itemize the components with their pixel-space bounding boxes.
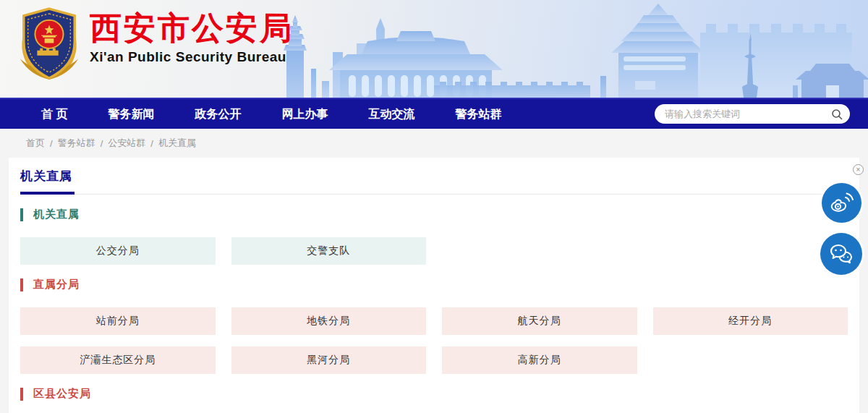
- dept-link-zhanqian[interactable]: 站前分局: [20, 307, 216, 335]
- section-direct-branches-grid: 站前分局 地铁分局 航天分局 经开分局 浐灞生态区分局 黑河分局 高新分局: [20, 307, 848, 374]
- breadcrumb-item-home[interactable]: 首页: [26, 137, 45, 150]
- search-box[interactable]: [655, 104, 850, 124]
- nav-item-online-services[interactable]: 网上办事: [281, 99, 328, 129]
- header-banner: 西安市公安局 Xi'an Public Security Bureau: [0, 0, 868, 98]
- dept-link-jingkai[interactable]: 经开分局: [653, 307, 848, 335]
- breadcrumb-item-current: 机关直属: [158, 137, 196, 150]
- section-title: 机关直属: [33, 208, 80, 221]
- nav-item-gov-disclosure[interactable]: 政务公开: [195, 99, 241, 129]
- site-brand: 西安市公安局 Xi'an Public Security Bureau: [90, 5, 294, 65]
- nav-item-home[interactable]: 首 页: [41, 99, 67, 129]
- section-header-direct-branches: 直属分局: [20, 278, 848, 291]
- dept-link-chanba[interactable]: 浐灞生态区分局: [20, 346, 216, 374]
- page-title: 机关直属: [20, 168, 848, 184]
- section-header-organs: 机关直属: [20, 208, 848, 221]
- search-icon[interactable]: [831, 108, 843, 120]
- breadcrumb-item-security-sites[interactable]: 公安站群: [108, 137, 145, 150]
- breadcrumb-separator: /: [50, 138, 53, 149]
- close-widget-button[interactable]: ×: [853, 164, 864, 175]
- dept-link-hangtian[interactable]: 航天分局: [442, 307, 637, 335]
- nav-item-interaction[interactable]: 互动交流: [368, 99, 414, 129]
- breadcrumb-separator: /: [101, 138, 103, 149]
- dept-link-gaoxin[interactable]: 高新分局: [442, 346, 637, 374]
- site-subtitle: Xi'an Public Security Bureau: [90, 49, 294, 65]
- police-badge-icon: [17, 5, 81, 83]
- section-accent-bar: [20, 278, 23, 291]
- dept-link-metro[interactable]: 地铁分局: [231, 307, 427, 335]
- section-title: 直属分局: [33, 278, 80, 291]
- dept-link-traffic-police[interactable]: 交警支队: [231, 237, 427, 265]
- main-nav: 首 页 警务新闻 政务公开 网上办事 互动交流 警务站群: [0, 98, 868, 129]
- title-underline: [20, 192, 848, 195]
- wechat-share-button[interactable]: [820, 233, 862, 275]
- section-accent-bar: [20, 208, 23, 221]
- section-title: 区县公安局: [33, 387, 91, 401]
- breadcrumb-item-police-sites[interactable]: 警务站群: [58, 137, 95, 150]
- breadcrumb-separator: /: [150, 138, 153, 149]
- breadcrumb: 首页 / 警务站群 / 公安站群 / 机关直属: [0, 129, 868, 158]
- nav-item-police-sites[interactable]: 警务站群: [455, 99, 501, 129]
- nav-item-police-news[interactable]: 警务新闻: [108, 99, 154, 129]
- dept-link-public-transport[interactable]: 公交分局: [20, 237, 216, 265]
- content-card: 机关直属 机关直属 公交分局 交警支队 直属分局 站前分局 地铁分局 航天分局 …: [9, 158, 859, 413]
- site-logo[interactable]: 西安市公安局 Xi'an Public Security Bureau: [17, 5, 294, 83]
- search-input[interactable]: [665, 108, 831, 119]
- weibo-icon: [830, 191, 854, 216]
- section-header-district-bureaus: 区县公安局: [20, 387, 848, 401]
- weibo-share-button[interactable]: [822, 183, 861, 223]
- dept-link-heihe[interactable]: 黑河分局: [231, 346, 427, 374]
- section-accent-bar: [20, 388, 23, 401]
- section-organs-grid: 公交分局 交警支队: [20, 237, 848, 265]
- wechat-icon: [828, 241, 854, 267]
- site-title: 西安市公安局: [90, 11, 294, 46]
